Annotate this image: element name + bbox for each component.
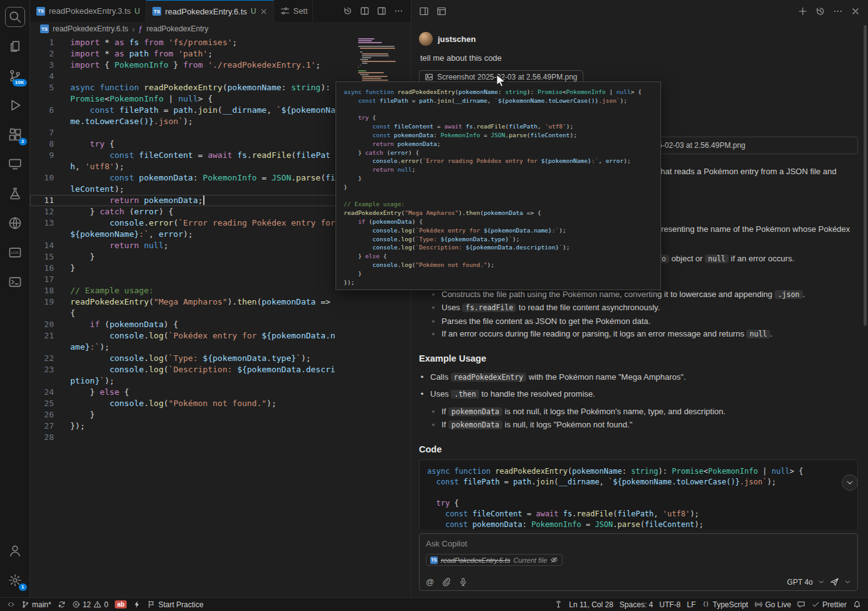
breadcrumb-file[interactable]: readPokedexEntry.6.ts: [53, 24, 129, 33]
line-content: });: [69, 420, 339, 432]
mention-context-button[interactable]: @: [426, 577, 434, 587]
status-ports[interactable]: [551, 598, 566, 611]
chat-input-box[interactable]: Ask Copilot TS readPokedexEntry.6.ts Cur…: [419, 533, 858, 591]
line-number: 14: [30, 240, 69, 251]
preview-code-line: } else {: [344, 252, 653, 261]
model-picker[interactable]: GPT 4o: [787, 578, 813, 587]
chat-close-icon[interactable]: [850, 6, 860, 16]
activity-bar-item-scm[interactable]: 10K: [1, 61, 29, 90]
new-chat-icon[interactable]: [798, 6, 808, 16]
send-options-chevron-icon[interactable]: [844, 578, 851, 585]
close-tab-icon[interactable]: [260, 8, 268, 16]
chat-input-placeholder[interactable]: Ask Copilot: [426, 539, 851, 548]
activity-bar-item-beaker[interactable]: [1, 179, 29, 208]
editor-action-history-icon[interactable]: [343, 6, 352, 16]
code-line-20[interactable]: 20 if (pokemonData) {: [30, 319, 340, 330]
code-line-21[interactable]: 21 console.log(`Pokédex entry for ${poke…: [30, 330, 340, 353]
preview-code-line: }: [344, 269, 653, 278]
status-language[interactable]: {}TypeScript: [699, 598, 751, 611]
status-power[interactable]: [130, 598, 144, 611]
code-line-1[interactable]: 1import * as fs from 'fs/promises';: [30, 37, 340, 48]
line-content: const filePath = path.join(__dirname, `$…: [69, 105, 339, 127]
chevron-down-icon[interactable]: [818, 578, 825, 585]
status-encoding[interactable]: UTF-8: [656, 598, 684, 611]
code-line-3[interactable]: 3import { PokemonInfo } from './readPoke…: [30, 60, 340, 71]
tab-settings[interactable]: Sett: [274, 0, 313, 22]
editor-action-splitv-icon[interactable]: [360, 6, 369, 16]
code-line-10[interactable]: 10 const pokemonData: PokemonInfo = JSON…: [30, 172, 340, 195]
activity-bar-item-debug[interactable]: [1, 90, 29, 120]
code-line-6[interactable]: 6 const filePath = path.join(__dirname, …: [30, 105, 340, 127]
voice-input-button[interactable]: [458, 577, 468, 587]
code-line-23[interactable]: 23 console.log(`Description: ${pokemonDa…: [30, 364, 340, 387]
code-line-28[interactable]: 28: [30, 432, 340, 443]
code-line-16[interactable]: 16}: [30, 263, 340, 274]
status-problems[interactable]: 120: [69, 598, 112, 611]
status-eol[interactable]: LF: [684, 598, 699, 611]
code-line-11[interactable]: 11 return pokemonData;: [30, 195, 340, 206]
activity-bar-item-ext[interactable]: 2: [1, 120, 29, 149]
open-chat-in-editor-icon[interactable]: [437, 6, 447, 16]
status-feedback[interactable]: [794, 598, 808, 611]
status-prettier[interactable]: Prettier: [808, 598, 850, 611]
editor-action-more-icon[interactable]: [394, 6, 403, 16]
code-line-15[interactable]: 15 }: [30, 251, 340, 263]
status-git-branch[interactable]: main*: [18, 598, 55, 611]
status-start-practice[interactable]: Start Practice: [144, 598, 206, 611]
status-sync[interactable]: [55, 598, 69, 611]
activity-bar-item-files[interactable]: [1, 31, 29, 61]
status-cursor-position[interactable]: Ln 11, Col 28: [566, 598, 617, 611]
chat-history-icon[interactable]: [815, 6, 825, 16]
code-line-24[interactable]: 24 } else {: [30, 387, 340, 398]
activity-bar-item-termbox[interactable]: [1, 267, 29, 296]
activity-bar-item-search[interactable]: [1, 2, 29, 31]
code-line-22[interactable]: 22 console.log(`Type: ${pokemonData.type…: [30, 353, 340, 364]
code-line-4[interactable]: 4: [30, 71, 340, 82]
editor-action-layout-icon[interactable]: [377, 6, 386, 16]
chat-more-icon[interactable]: [833, 6, 843, 16]
status-indentation[interactable]: Spaces: 4: [617, 598, 656, 611]
code-line-26[interactable]: 26 }: [30, 409, 340, 420]
code-line-2[interactable]: 2import * as path from 'path';: [30, 48, 340, 60]
activity-bar-item-account[interactable]: [1, 536, 29, 565]
line-number: 3: [30, 60, 69, 71]
code-line-12[interactable]: 12 } catch (error) {: [30, 206, 340, 217]
code-line-5[interactable]: 5async function readPokedexEntry(pokemon…: [30, 82, 340, 105]
status-notifications[interactable]: [850, 598, 864, 611]
activity-bar-item-globe[interactable]: [1, 208, 29, 238]
code-line-17[interactable]: 17: [30, 274, 340, 285]
activity-bar-item-remote[interactable]: [1, 149, 29, 179]
minimap-line: [362, 76, 388, 77]
search-icon: [6, 8, 24, 26]
chat-layout-icon[interactable]: [419, 6, 429, 16]
activity-bar-item-gear[interactable]: 1: [1, 565, 29, 595]
breadcrumb[interactable]: TS readPokedexEntry.6.ts › ƒ readPokedex…: [30, 22, 411, 36]
status-remote-indicator[interactable]: [4, 598, 18, 611]
chevron-down-icon: [845, 478, 854, 487]
attach-file-button[interactable]: [442, 577, 451, 587]
response-code-block[interactable]: async function readPokedexEntry(pokemonN…: [419, 459, 858, 530]
user-avatar: [419, 32, 433, 46]
code-line-9[interactable]: 9 const fileContent = await fs.readFile(…: [30, 150, 340, 172]
chat-scrollbar[interactable]: [864, 25, 867, 326]
tab-readPokedexEntry.3.ts[interactable]: TSreadPokedexEntry.3.tsU: [30, 0, 146, 22]
code-line-13[interactable]: 13 console.error(`Error reading Pokédex …: [30, 217, 340, 240]
code-line-19[interactable]: 19readPokedexEntry("Mega Ampharos").then…: [30, 296, 340, 319]
code-line-14[interactable]: 14 return null;: [30, 240, 340, 251]
code-line-27[interactable]: 27});: [30, 420, 340, 432]
breadcrumb-symbol[interactable]: readPokedexEntry: [147, 24, 209, 33]
activity-bar-item-logbox[interactable]: LOG: [1, 238, 29, 267]
line-content: const fileContent = await fs.readFile(fi…: [69, 150, 339, 172]
context-chip[interactable]: TS readPokedexEntry.6.ts Current file: [426, 554, 563, 566]
code-line-7[interactable]: 7: [30, 127, 340, 138]
more-icon: [833, 6, 843, 16]
status-ab-badge[interactable]: ab: [112, 598, 130, 611]
code-line-8[interactable]: 8 try {: [30, 138, 340, 150]
status-go-live[interactable]: Go Live: [751, 598, 794, 611]
tab-readPokedexEntry.6.ts[interactable]: TSreadPokedexEntry.6.tsU: [146, 0, 274, 22]
code-line-25[interactable]: 25 console.log("Pokémon not found.");: [30, 398, 340, 409]
scroll-to-bottom-button[interactable]: [842, 474, 858, 491]
code-line-18[interactable]: 18// Example usage:: [30, 285, 340, 296]
send-button[interactable]: [830, 577, 839, 587]
eye-off-icon[interactable]: [550, 556, 558, 564]
